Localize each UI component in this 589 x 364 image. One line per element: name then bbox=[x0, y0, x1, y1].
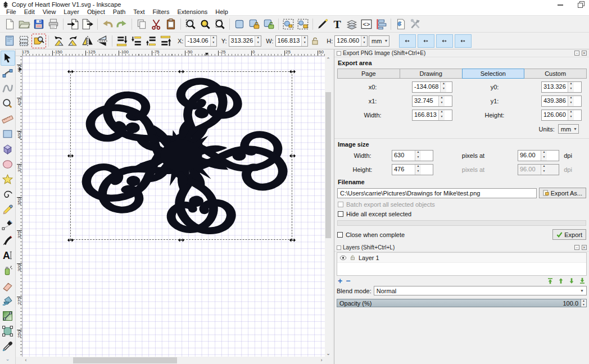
ellipse-tool-button[interactable] bbox=[1, 157, 15, 172]
lower-to-bottom-button[interactable] bbox=[115, 34, 129, 48]
layer-list[interactable]: Layer 1 bbox=[337, 252, 587, 276]
menu-edit[interactable]: Edit bbox=[20, 8, 39, 16]
menu-text[interactable]: Text bbox=[129, 8, 148, 16]
measure-tool-button[interactable] bbox=[1, 111, 15, 126]
menu-help[interactable]: Help bbox=[211, 8, 232, 16]
undo-button[interactable] bbox=[100, 17, 115, 31]
connector-tool-button[interactable] bbox=[1, 324, 15, 339]
deselect-button[interactable] bbox=[31, 34, 46, 48]
lower-layer-to-bottom-button[interactable] bbox=[579, 277, 586, 284]
layer-visibility-icon[interactable] bbox=[339, 255, 347, 261]
bucket-tool-button[interactable] bbox=[1, 293, 15, 308]
scale-stroke-toggle[interactable] bbox=[399, 34, 416, 48]
scroll-up-icon[interactable]: ⌃ bbox=[325, 56, 332, 63]
menu-extensions[interactable]: Extensions bbox=[173, 8, 211, 16]
layer-row[interactable]: Layer 1 bbox=[337, 253, 586, 263]
rotate-cw-button[interactable] bbox=[66, 34, 80, 48]
remove-layer-button[interactable]: − bbox=[346, 278, 350, 284]
layer-name[interactable]: Layer 1 bbox=[359, 254, 379, 261]
cut-button[interactable] bbox=[149, 17, 164, 31]
img-height-input[interactable]: 476▲▼ bbox=[392, 164, 433, 175]
pen-tool-button[interactable] bbox=[1, 217, 15, 233]
area-width-input[interactable]: 166.813▲▼ bbox=[412, 110, 452, 121]
vertical-scrollbar[interactable]: ⌃ ⌄ bbox=[325, 56, 332, 357]
export-area-drawing-button[interactable]: Drawing bbox=[400, 69, 463, 79]
redo-button[interactable] bbox=[115, 17, 129, 31]
scroll-left-icon[interactable]: ‹ bbox=[22, 357, 29, 363]
rectangle-tool-button[interactable] bbox=[1, 126, 15, 142]
lock-ratio-icon[interactable] bbox=[311, 37, 319, 45]
restore-button[interactable] bbox=[577, 1, 585, 8]
x-input[interactable]: -134.06▲▼ bbox=[185, 35, 216, 47]
move-gradients-toggle[interactable] bbox=[436, 34, 453, 48]
save-document-button[interactable] bbox=[31, 17, 46, 31]
menu-object[interactable]: Object bbox=[83, 8, 109, 16]
scale-handle[interactable] bbox=[289, 153, 296, 159]
align-distribute-button[interactable] bbox=[374, 17, 388, 31]
layers-close-icon[interactable]: ✕ bbox=[582, 245, 587, 250]
pencil-tool-button[interactable] bbox=[1, 202, 15, 217]
canvas[interactable] bbox=[22, 56, 325, 357]
flip-horizontal-button[interactable] bbox=[80, 34, 95, 48]
scale-handle[interactable] bbox=[178, 237, 184, 243]
document-properties-button[interactable] bbox=[393, 17, 408, 31]
export-as-button[interactable]: Export As... bbox=[539, 188, 586, 198]
scroll-right-icon[interactable]: › bbox=[318, 357, 325, 363]
move-patterns-toggle[interactable] bbox=[455, 34, 472, 48]
img-width-input[interactable]: 630▲▼ bbox=[392, 150, 433, 161]
dpi-input[interactable]: 96.00▲▼ bbox=[518, 150, 559, 161]
text-tool-button[interactable]: A bbox=[1, 248, 15, 263]
y0-input[interactable]: 313.326▲▼ bbox=[541, 81, 582, 93]
export-button[interactable] bbox=[80, 17, 95, 31]
horizontal-ruler[interactable]: -175-150-125-100-75-50-2502550 bbox=[22, 49, 325, 56]
calligraphy-tool-button[interactable] bbox=[1, 233, 15, 248]
selector-tool-button[interactable] bbox=[1, 51, 15, 66]
text-font-dialog-button[interactable]: T bbox=[330, 17, 345, 31]
duplicate-button[interactable] bbox=[232, 17, 247, 31]
blend-mode-dropdown[interactable]: Normal▼ bbox=[374, 286, 587, 295]
y1-input[interactable]: 439.386▲▼ bbox=[541, 95, 582, 107]
units-dropdown[interactable]: mm▼ bbox=[369, 35, 389, 47]
star-tool-button[interactable] bbox=[1, 172, 15, 187]
raise-to-top-button[interactable] bbox=[158, 34, 173, 48]
unlink-clone-button[interactable] bbox=[261, 17, 276, 31]
zoom-drawing-button[interactable] bbox=[198, 17, 212, 31]
zoom-tool-button[interactable] bbox=[1, 96, 15, 111]
toolbox-overflow-icon[interactable]: ⌄ bbox=[6, 356, 10, 362]
lower-one-button[interactable] bbox=[129, 34, 144, 48]
export-button[interactable]: Export bbox=[552, 229, 586, 240]
zoom-selection-button[interactable] bbox=[183, 17, 198, 31]
select-all-layers-button[interactable] bbox=[17, 34, 31, 48]
preferences-button[interactable] bbox=[408, 17, 423, 31]
tweak-tool-button[interactable] bbox=[1, 81, 15, 96]
node-tool-button[interactable] bbox=[1, 66, 15, 81]
scroll-down-icon[interactable]: ⌄ bbox=[325, 350, 332, 357]
hide-except-checkbox[interactable] bbox=[338, 211, 343, 217]
print-button[interactable] bbox=[46, 17, 61, 31]
scale-handle[interactable] bbox=[289, 69, 296, 75]
menu-file[interactable]: File bbox=[2, 8, 20, 16]
x0-input[interactable]: -134.068▲▼ bbox=[412, 81, 452, 93]
add-layer-button[interactable]: + bbox=[338, 278, 342, 284]
opacity-slider[interactable]: Opacity (%) 100.0 bbox=[337, 299, 581, 307]
lower-layer-button[interactable] bbox=[568, 277, 575, 284]
fill-stroke-dialog-button[interactable] bbox=[315, 17, 330, 31]
select-all-button[interactable] bbox=[2, 34, 17, 48]
copy-button[interactable] bbox=[134, 17, 149, 31]
export-panel-header[interactable]: Export PNG Image (Shift+Ctrl+E) ▫ ✕ bbox=[334, 49, 589, 57]
horizontal-scrollbar[interactable]: ‹ › bbox=[22, 357, 325, 364]
menu-filters[interactable]: Filters bbox=[149, 8, 174, 16]
export-area-selection-button[interactable]: Selection bbox=[462, 69, 525, 79]
area-height-input[interactable]: 126.060▲▼ bbox=[541, 110, 582, 121]
dropper-tool-button[interactable] bbox=[1, 339, 15, 354]
import-button[interactable] bbox=[66, 17, 80, 31]
raise-layer-to-top-button[interactable] bbox=[547, 277, 554, 284]
menu-path[interactable]: Path bbox=[109, 8, 130, 16]
scale-handle[interactable] bbox=[67, 69, 74, 75]
open-document-button[interactable] bbox=[17, 17, 31, 31]
gradient-tool-button[interactable] bbox=[1, 308, 15, 324]
layers-collapse-icon[interactable]: ▫ bbox=[574, 245, 579, 250]
box3d-tool-button[interactable] bbox=[1, 142, 15, 157]
new-document-button[interactable] bbox=[2, 17, 17, 31]
layers-panel-header[interactable]: Layers (Shift+Ctrl+L) ▫ ✕ bbox=[334, 244, 589, 252]
